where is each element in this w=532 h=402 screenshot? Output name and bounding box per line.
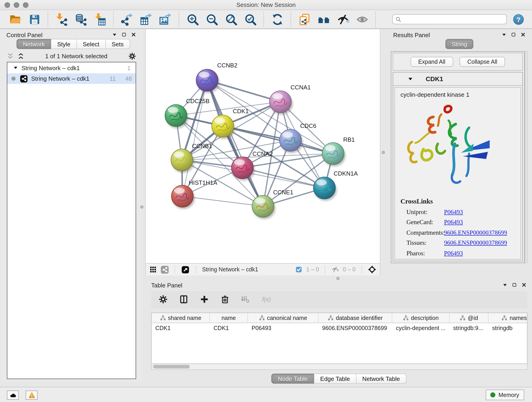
minimize-window-button[interactable] — [14, 2, 19, 8]
export-image-button[interactable] — [156, 11, 175, 27]
crosslink-link[interactable]: P06493 — [444, 208, 463, 216]
tab-string[interactable]: String — [445, 39, 474, 49]
tab-select[interactable]: Select — [76, 39, 106, 49]
results-panel-maximize-button[interactable] — [511, 32, 516, 38]
network-node-cdkn1a[interactable] — [313, 177, 337, 201]
table-panel-close-button[interactable] — [521, 282, 526, 288]
delete-column-button[interactable] — [220, 294, 230, 305]
node-label-ccnb1: CCNB1 — [192, 143, 212, 149]
table-panel-maximize-button[interactable] — [512, 282, 517, 288]
toolbar-separator — [291, 12, 291, 27]
crosslink-link[interactable]: P06493 — [444, 249, 463, 257]
results-panel-float-button[interactable] — [502, 32, 506, 38]
table-horizontal-scrollbar[interactable] — [151, 364, 527, 370]
maximize-window-button[interactable] — [23, 2, 28, 8]
table-row[interactable]: CDK1CDK1P064939606.ENSP00000378699cyclin… — [152, 323, 527, 333]
birds-eye-view-icon[interactable] — [181, 265, 190, 274]
export-network-button[interactable] — [117, 11, 137, 27]
table-panel-title: Table Panel — [151, 282, 182, 288]
import-table-button[interactable] — [90, 11, 109, 27]
window-title: Session: New Session — [236, 1, 296, 8]
collapse-all-button[interactable]: Collapse All — [460, 57, 505, 67]
network-node-cdk1[interactable] — [212, 115, 235, 139]
table-panel: Table Panel shared namenamecanonical nam… — [148, 281, 530, 383]
expand-all-button[interactable]: Expand All — [411, 57, 453, 67]
column-header-shared-name[interactable]: shared name — [152, 313, 210, 323]
bottom-splitter-handle[interactable] — [336, 277, 340, 280]
show-grid-icon[interactable] — [149, 266, 157, 273]
save-session-button[interactable] — [25, 11, 44, 27]
tab-sets[interactable]: Sets — [105, 39, 130, 49]
tab-network-table[interactable]: Network Table — [356, 374, 406, 384]
memory-button[interactable]: Memory — [486, 390, 524, 400]
memory-status-dot — [490, 392, 495, 397]
crosslink-label: Pharos: — [400, 249, 444, 257]
collapse-all-networks-icon[interactable] — [17, 52, 24, 59]
network-node-ccne1[interactable] — [252, 195, 275, 219]
create-column-button[interactable] — [200, 294, 209, 305]
tab-node-table[interactable]: Node Table — [271, 374, 314, 384]
help-button[interactable]: ? — [513, 14, 524, 25]
selected-checkbox-icon[interactable] — [296, 266, 302, 273]
warnings-button[interactable] — [26, 390, 38, 400]
crosslink-link[interactable]: P06493 — [444, 219, 463, 226]
zoom-fit-button[interactable] — [221, 11, 241, 27]
open-session-button[interactable] — [6, 11, 25, 27]
network-node-hist1h1a[interactable] — [171, 185, 195, 209]
import-network-file-button[interactable] — [52, 11, 71, 27]
crosslink-link[interactable]: 9606.ENSP00000378699 — [444, 239, 507, 247]
table-settings-button[interactable] — [158, 294, 168, 305]
show-all-button[interactable] — [352, 11, 372, 27]
network-node-ccna1[interactable] — [269, 91, 293, 115]
search-input[interactable] — [404, 16, 504, 22]
fit-content-crosshair-icon[interactable] — [368, 265, 376, 274]
home-button[interactable] — [314, 11, 333, 27]
string-results-box: Expand All Collapse All CDK1 cyclin-depe… — [391, 51, 525, 263]
export-table-button[interactable] — [137, 11, 156, 27]
collection-expander-icon[interactable] — [13, 65, 18, 70]
gene-expander-icon[interactable] — [408, 76, 413, 81]
network-node-rb1[interactable] — [322, 143, 346, 166]
network-row[interactable]: String Network – cdk1 11 48 — [7, 73, 136, 84]
results-scrollbar[interactable] — [525, 51, 528, 263]
column-header-name[interactable]: name — [210, 313, 248, 323]
network-collection-row[interactable]: String Network – cdk1 1 — [7, 62, 136, 73]
gene-section-header[interactable]: CDK1 — [393, 72, 522, 86]
close-window-button[interactable] — [5, 2, 10, 8]
column-header-id[interactable]: @id — [450, 313, 488, 323]
column-header-database-identifier[interactable]: database identifier — [318, 313, 392, 323]
tab-style[interactable]: Style — [51, 39, 77, 49]
zoom-in-button[interactable] — [183, 11, 202, 27]
network-node-cdc25b[interactable] — [165, 104, 188, 128]
table-panel-float-button[interactable] — [503, 282, 507, 288]
tab-network[interactable]: Network — [17, 39, 51, 49]
column-header-namespace[interactable]: namespace — [488, 313, 527, 323]
toggle-panel-split-button[interactable] — [179, 294, 188, 305]
refresh-layout-button[interactable] — [268, 11, 287, 27]
cloud-status-button[interactable] — [7, 390, 19, 400]
hide-selected-button[interactable] — [333, 11, 352, 27]
delete-table-button — [241, 294, 250, 305]
control-panel-maximize-button[interactable] — [121, 32, 127, 38]
network-canvas[interactable]: CCNB2CCNA1CDC25BCDK1CDC6RB1CCNB1CCNA2CDK… — [146, 29, 381, 263]
left-splitter-handle[interactable] — [140, 205, 143, 209]
control-panel-float-button[interactable] — [112, 32, 117, 38]
network-node-cdc6[interactable] — [279, 129, 303, 153]
control-panel-close-button[interactable] — [131, 32, 136, 38]
column-header-description[interactable]: description — [392, 313, 450, 323]
zoom-out-button[interactable] — [202, 11, 221, 27]
crosslink-link[interactable]: 9606.ENSP00000378699 — [444, 229, 507, 236]
column-header-canonical-name[interactable]: canonical name — [248, 313, 318, 323]
gene-description: cyclin-dependent kinase 1 — [400, 91, 515, 98]
clone-network-button[interactable] — [295, 11, 314, 27]
tab-edge-table[interactable]: Edge Table — [314, 374, 356, 384]
network-options-gear-icon[interactable] — [128, 52, 136, 60]
control-panel-tabs: NetworkStyleSelectSets — [17, 39, 130, 49]
scrollbar-thumb[interactable] — [153, 365, 190, 369]
right-splitter-handle[interactable] — [382, 151, 385, 154]
network-node-ccnb2[interactable] — [196, 69, 220, 93]
results-panel-close-button[interactable] — [520, 32, 526, 38]
zoom-selected-button[interactable] — [241, 11, 260, 27]
expand-all-networks-icon[interactable] — [7, 52, 14, 59]
import-network-database-button[interactable] — [71, 11, 90, 27]
